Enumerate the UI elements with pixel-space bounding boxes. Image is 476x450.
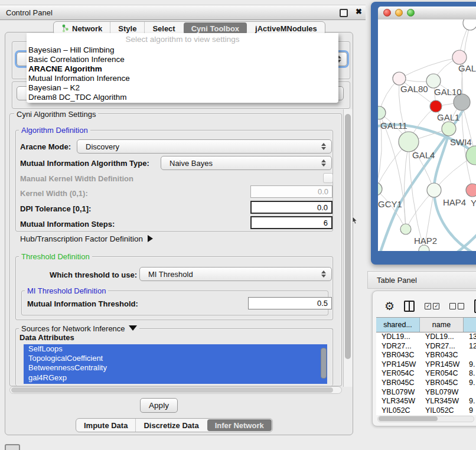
close-panel-icon[interactable]: ✖ xyxy=(356,7,362,16)
mi-algorithm-type-combobox[interactable]: Naive Bayes xyxy=(161,156,332,170)
settings-horizontal-scrollbar[interactable] xyxy=(9,386,342,394)
maximize-window-icon[interactable] xyxy=(407,9,415,17)
table-cell: 9. xyxy=(464,397,476,406)
column-header[interactable]: A xyxy=(464,318,476,332)
select-all-icon[interactable]: ✓✓ xyxy=(425,303,439,309)
kernel-width-field[interactable] xyxy=(250,185,332,198)
network-node-label: Y xyxy=(471,198,476,208)
table-cell: YPR145W xyxy=(420,360,464,370)
minimize-window-icon[interactable] xyxy=(395,9,403,17)
column-header[interactable]: shared... xyxy=(376,318,420,332)
dropdown-item[interactable]: ARACNE Algorithm xyxy=(27,64,338,74)
table-cell: YBR043C xyxy=(376,351,420,360)
network-window-titlebar[interactable] xyxy=(378,6,476,20)
dpi-tolerance-field[interactable] xyxy=(250,201,332,214)
table-row[interactable]: YPR145WYPR145W9. xyxy=(376,360,476,370)
table-cell: YBL079W xyxy=(376,388,420,397)
table-row[interactable]: YIL052CYIL052C9 xyxy=(376,406,476,416)
collapse-arrow-icon xyxy=(129,325,137,331)
hub-definition-toggle[interactable]: Hub/Transcription Factor Definition xyxy=(20,234,153,243)
aracne-mode-combobox[interactable]: Discovery xyxy=(77,139,332,154)
network-node[interactable] xyxy=(378,106,386,119)
network-node[interactable] xyxy=(427,183,441,197)
table-cell: YLR345W xyxy=(376,397,420,406)
deselect-all-icon[interactable] xyxy=(449,303,464,309)
table-row[interactable]: YDR27...YDR27...12 xyxy=(376,342,476,351)
network-canvas[interactable]: GALGAL80GAL10GAL1GAL11SWI4GAL4GCY1HAP4YH… xyxy=(378,19,476,251)
scrollbar-thumb[interactable] xyxy=(345,114,351,359)
float-panel-icon[interactable] xyxy=(340,9,348,17)
network-icon xyxy=(61,24,69,32)
network-node-label: SWI4 xyxy=(450,137,472,147)
table-row[interactable]: YBR045CYBR045C9. xyxy=(376,379,476,388)
dropdown-item[interactable]: Basic Correlation Inference xyxy=(27,55,338,64)
dropdown-prompt: Select algorithm to view settings xyxy=(27,33,338,45)
mi-threshold-definition-title: MI Threshold Definition xyxy=(25,286,108,295)
dropdown-item[interactable]: Bayesian – Hill Climbing xyxy=(27,45,338,55)
attribute-list-item[interactable]: BetweennessCentrality xyxy=(24,363,327,373)
gear-icon[interactable]: ⚙ xyxy=(384,299,395,313)
network-node[interactable] xyxy=(452,50,467,64)
network-node[interactable] xyxy=(399,132,419,152)
table-cell: YBL079W xyxy=(420,388,464,397)
network-node[interactable] xyxy=(393,72,406,85)
dpi-tolerance-label: DPI Tolerance [0,1]: xyxy=(20,204,91,213)
attribute-list-item[interactable]: TopologicalCoefficient xyxy=(24,354,327,363)
which-threshold-combobox[interactable]: MI Threshold xyxy=(139,267,332,281)
expand-arrow-icon xyxy=(148,235,153,242)
manual-kernel-width-checkbox[interactable] xyxy=(323,173,333,183)
table-cell: YER054C xyxy=(376,369,420,379)
table-cell: YLR345W xyxy=(420,397,464,406)
dropdown-item[interactable]: Mutual Information Inference xyxy=(27,74,338,83)
network-node[interactable] xyxy=(419,245,429,251)
network-node[interactable] xyxy=(466,184,476,197)
control-panel-title: Control Panel xyxy=(6,8,53,17)
table-cell: YIL052C xyxy=(376,406,420,416)
network-node[interactable] xyxy=(400,224,411,234)
mi-steps-field[interactable] xyxy=(250,216,332,229)
table-row[interactable]: YLR345WYLR345W9. xyxy=(376,397,476,406)
network-node[interactable] xyxy=(378,182,382,195)
attribute-list-item[interactable]: gal4RGexp xyxy=(24,373,327,383)
table-cell: YIL052C xyxy=(420,406,464,416)
column-layout-icon[interactable] xyxy=(404,301,415,312)
network-node[interactable] xyxy=(430,100,442,112)
table-cell: 9. xyxy=(464,379,476,388)
tab-cyni-toolbox[interactable]: Cyni Toolbox xyxy=(184,22,247,34)
settings-vertical-scrollbar[interactable] xyxy=(343,109,353,387)
table-row[interactable]: YBR043CYBR043C xyxy=(376,351,476,360)
tab-infer-network[interactable]: Infer Network xyxy=(207,419,272,431)
attribute-list-item[interactable]: SelfLoops xyxy=(24,344,327,354)
data-attributes-list[interactable]: SelfLoopsTopologicalCoefficientBetweenne… xyxy=(24,344,327,384)
algorithm-definition-title: Algorithm Definition xyxy=(19,126,90,135)
table-row[interactable]: YDL19...YDL19...13 xyxy=(376,332,476,342)
table-cell: YBR043C xyxy=(420,351,464,360)
table-horizontal-scrollbar[interactable] xyxy=(377,416,474,422)
sources-title[interactable]: Sources for Network Inference xyxy=(19,324,139,333)
close-window-icon[interactable] xyxy=(383,9,391,17)
network-edge[interactable] xyxy=(404,142,409,229)
apply-button[interactable]: Apply xyxy=(140,398,178,413)
network-node[interactable] xyxy=(442,122,456,136)
tab-discretize-data[interactable]: Discretize Data xyxy=(135,419,206,432)
mi-threshold-field[interactable] xyxy=(248,297,332,309)
attribute-list-scrollbar[interactable] xyxy=(321,348,327,379)
window-grip-icon[interactable] xyxy=(5,444,20,450)
table-cell: YPR145W xyxy=(376,360,420,370)
column-header[interactable]: name xyxy=(420,318,464,332)
dropdown-item[interactable]: Bayesian – K2 xyxy=(27,83,338,93)
table-row[interactable]: YER054CYER054C8. xyxy=(376,369,476,379)
scrollbar-thumb[interactable] xyxy=(11,387,333,393)
scrollbar-thumb[interactable] xyxy=(379,416,438,421)
table-row[interactable]: YBL079WYBL079W xyxy=(376,388,476,397)
network-node[interactable] xyxy=(463,19,476,30)
network-node[interactable] xyxy=(426,74,441,88)
table-cell: 13 xyxy=(464,332,476,342)
manual-kernel-width-label: Manual Kernel Width Definition xyxy=(20,174,133,183)
table-cell: YER054C xyxy=(420,369,464,379)
table-toolbar: ⚙ ✓✓ xyxy=(373,297,476,315)
table-panel-title: Table Panel xyxy=(377,276,417,285)
combo-arrows-icon xyxy=(321,270,327,278)
tab-impute-data[interactable]: Impute Data xyxy=(76,419,135,432)
dropdown-item[interactable]: Dream8 DC_TDC Algorithm xyxy=(27,93,338,102)
